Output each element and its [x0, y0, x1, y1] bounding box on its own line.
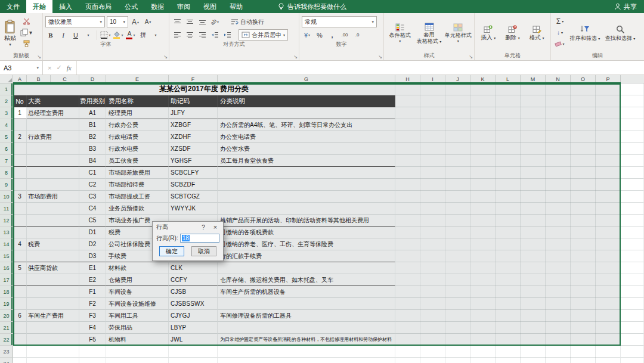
empty-cells[interactable] [395, 310, 621, 322]
cell-no[interactable]: 1 [13, 107, 27, 119]
empty-cells[interactable] [395, 298, 621, 310]
row-header-1[interactable]: 1 [0, 83, 13, 95]
empty-cells[interactable] [395, 274, 621, 286]
cell-description[interactable]: 司缴纳的各项税费款 [218, 227, 395, 238]
close-icon[interactable]: × [211, 224, 219, 231]
fill-color-icon[interactable]: ▾ [113, 30, 123, 41]
cell-description[interactable]: 推销产品而开展的活动、印制的活动资料等其他相关费用 [218, 215, 395, 227]
cell-code[interactable]: SCBZDF [169, 179, 218, 191]
cell-name[interactable]: 仓储费用 [106, 274, 169, 286]
autosum-button[interactable]: Σ▾ [553, 16, 566, 26]
tab-页面布局[interactable]: 页面布局 [79, 0, 118, 13]
cell-name[interactable]: 行政电话费 [106, 131, 169, 143]
row-header-4[interactable]: 4 [0, 119, 13, 131]
cell-type[interactable]: C3 [79, 191, 106, 203]
wrap-text-button[interactable]: 自动换行 [228, 16, 267, 27]
cell-type[interactable]: D2 [79, 238, 106, 250]
tab-数据[interactable]: 数据 [144, 0, 171, 13]
cell-type[interactable]: C2 [79, 179, 106, 191]
cell-name[interactable]: 业务员预借款 [106, 203, 169, 215]
row-height-input[interactable]: 18 [180, 234, 219, 243]
font-dialog-launcher[interactable]: ↘ [163, 55, 168, 60]
cell-code[interactable]: SCBTCGZ [169, 191, 218, 203]
header-cell-no[interactable]: No [13, 95, 27, 107]
clipboard-dialog-launcher[interactable]: ↘ [37, 55, 41, 60]
cell-description[interactable]: 车间生产所需的机器设备 [218, 286, 395, 298]
empty-cells[interactable] [395, 179, 621, 191]
cell-name[interactable]: 市场部招待费 [106, 179, 169, 191]
cell-code[interactable]: CJSB [169, 286, 218, 298]
cell-type[interactable]: B4 [79, 155, 106, 167]
empty-cells[interactable] [395, 131, 621, 143]
underline-button[interactable]: U [70, 30, 81, 41]
empty-cells[interactable] [395, 191, 621, 203]
row-header-19[interactable]: 19 [0, 298, 13, 310]
cell-type[interactable]: C1 [79, 167, 106, 179]
empty-cells[interactable] [395, 334, 621, 346]
tab-帮助[interactable]: 帮助 [223, 0, 249, 13]
comma-format-icon[interactable]: , [327, 30, 338, 41]
merge-center-button[interactable]: 合并后居中 ▾ [239, 29, 288, 41]
styles-dialog-launcher[interactable]: ↘ [469, 55, 473, 60]
delete-cells-button[interactable]: 删除 ▾ [501, 15, 524, 52]
cell-name[interactable]: 车间设备 [106, 286, 169, 298]
cell-category[interactable] [27, 119, 79, 131]
cell-description[interactable] [218, 191, 395, 203]
cell-type[interactable]: C4 [79, 203, 106, 215]
empty-cells-outside[interactable] [621, 334, 644, 346]
empty-cells-outside[interactable] [621, 119, 644, 131]
cell-no[interactable] [13, 179, 27, 191]
empty-cells[interactable] [395, 250, 621, 262]
cell-no[interactable] [13, 286, 27, 298]
fill-button[interactable]: ↓▾ [553, 27, 566, 38]
find-select-button[interactable]: 查找和选择 ▾ [603, 15, 637, 52]
cell-no[interactable]: 2 [13, 131, 27, 143]
cell-description[interactable]: 员工每月食堂伙食费 [218, 155, 395, 167]
decrease-font-icon[interactable]: A▾ [143, 17, 153, 27]
cell-category[interactable] [27, 250, 79, 262]
row-header-7[interactable]: 7 [0, 155, 13, 167]
cell-empty[interactable] [79, 358, 106, 363]
row-header-8[interactable]: 8 [0, 167, 13, 179]
empty-cells-outside[interactable] [621, 215, 644, 227]
cell-category[interactable] [27, 203, 79, 215]
orientation-icon[interactable]: ab▾ [209, 17, 220, 27]
align-top-icon[interactable] [172, 17, 182, 27]
clear-button[interactable]: ▾ [553, 39, 566, 49]
empty-cells[interactable] [395, 119, 621, 131]
cell-no[interactable] [13, 167, 27, 179]
cell-category[interactable] [27, 179, 79, 191]
row-header-24[interactable]: 24 [0, 358, 13, 363]
cell-no[interactable] [13, 298, 27, 310]
cell-empty[interactable] [169, 346, 218, 358]
format-as-table-button[interactable]: 套用 表格格式 ▾ [416, 15, 443, 52]
decrease-indent-icon[interactable] [209, 30, 220, 41]
cell-type[interactable]: F4 [79, 322, 106, 334]
tab-视图[interactable]: 视图 [197, 0, 223, 13]
align-right-icon[interactable] [197, 30, 208, 41]
font-color-icon[interactable]: A ▾ [125, 30, 136, 41]
ok-button[interactable]: 确定 [159, 246, 184, 256]
cell-code[interactable]: CJYGJ [169, 310, 218, 322]
cell-type[interactable]: F3 [79, 310, 106, 322]
empty-cells[interactable] [395, 167, 621, 179]
cell-category[interactable]: 行政费用 [27, 131, 79, 143]
decrease-decimal-icon[interactable]: .0 [352, 30, 363, 41]
row-header-12[interactable]: 12 [0, 215, 13, 227]
tab-公式[interactable]: 公式 [118, 0, 144, 13]
row-header-21[interactable]: 21 [0, 322, 13, 334]
empty-cells[interactable] [395, 83, 621, 95]
empty-cells[interactable] [395, 227, 621, 238]
name-box[interactable]: A3 ▾ [0, 61, 43, 75]
empty-cells-outside[interactable] [621, 310, 644, 322]
header-cell-name[interactable]: 费用名称 [106, 95, 169, 107]
dialog-title-bar[interactable]: 行高 ? × [153, 222, 223, 232]
format-painter-button[interactable] [20, 39, 33, 49]
empty-cells-outside[interactable] [621, 298, 644, 310]
cell-code[interactable]: JWL [169, 334, 218, 346]
cell-category[interactable]: 税费 [27, 238, 79, 250]
cell-empty[interactable] [169, 358, 218, 363]
underline-chevron-icon[interactable]: ▾ [83, 30, 94, 41]
empty-cells-outside[interactable] [621, 83, 644, 95]
cell-no[interactable]: 3 [13, 191, 27, 203]
